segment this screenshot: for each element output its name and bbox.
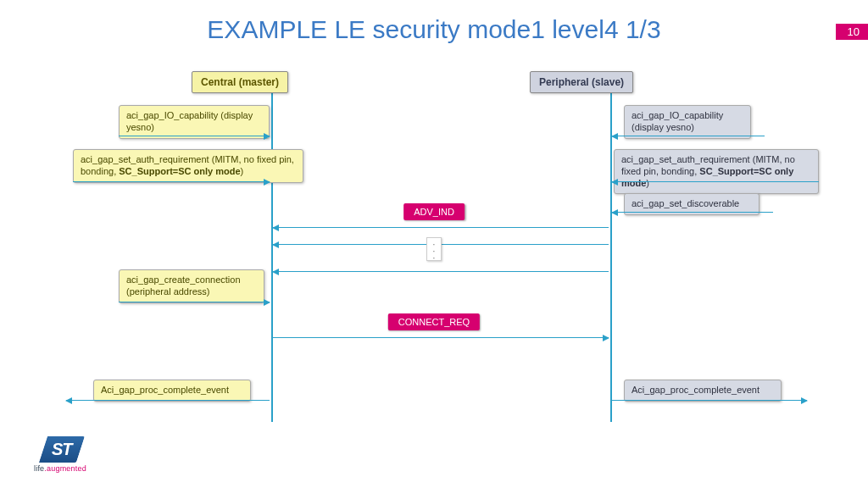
peripheral-proc-complete: Aci_gap_proc_complete_event: [624, 380, 782, 402]
ellipsis-box: ···: [426, 237, 442, 261]
arrow-central-io: [119, 136, 270, 136]
peripheral-io-capability: aci_gap_IO_capability (display yesno): [624, 105, 751, 139]
lifeline-central: [271, 92, 273, 422]
st-badge-icon: ST: [36, 436, 85, 463]
arrow-peripheral-io: [612, 136, 765, 136]
peripheral-set-auth-requirement: aci_gap_set_auth_requirement (MITM, no f…: [614, 149, 819, 194]
auth-text-post: ): [646, 178, 649, 188]
lifeline-peripheral: [610, 92, 612, 422]
arrow-adv-1: [273, 227, 609, 228]
arrow-adv-3: [273, 271, 609, 272]
slide-title: EXAMPLE LE security mode1 level4 1/3: [0, 15, 868, 44]
page-number-badge: 10: [836, 24, 868, 40]
header-peripheral: Peripheral (slave): [530, 71, 633, 93]
sequence-diagram: Central (master) Peripheral (slave) aci_…: [0, 68, 868, 424]
arrow-connect-req: [273, 337, 609, 338]
arrow-peripheral-discoverable: [612, 212, 773, 213]
msg-adv-ind: ADV_IND: [403, 203, 465, 220]
auth-text-bold: SC_Support=SC only mode: [119, 166, 240, 176]
arrow-central-create-conn: [119, 302, 270, 302]
logo-tagline: life.augmented: [34, 464, 86, 473]
st-logo: ST life.augmented: [34, 436, 86, 473]
central-set-auth-requirement: aci_gap_set_auth_requirement (MITM, no f…: [73, 149, 303, 183]
central-io-capability: aci_gap_IO_capability (display yesno): [119, 105, 270, 139]
arrow-central-auth: [73, 181, 270, 182]
arrow-peripheral-auth: [612, 181, 819, 182]
msg-connect-req: CONNECT_REQ: [388, 313, 480, 330]
central-create-connection: aci_gap_create_connection (peripheral ad…: [119, 269, 264, 303]
central-proc-complete: Aci_gap_proc_complete_event: [93, 380, 251, 402]
arrow-peripheral-proc-complete: [612, 400, 807, 401]
arrow-central-proc-complete: [66, 400, 270, 401]
header-central: Central (master): [192, 71, 288, 93]
auth-text-post: ): [241, 166, 244, 176]
